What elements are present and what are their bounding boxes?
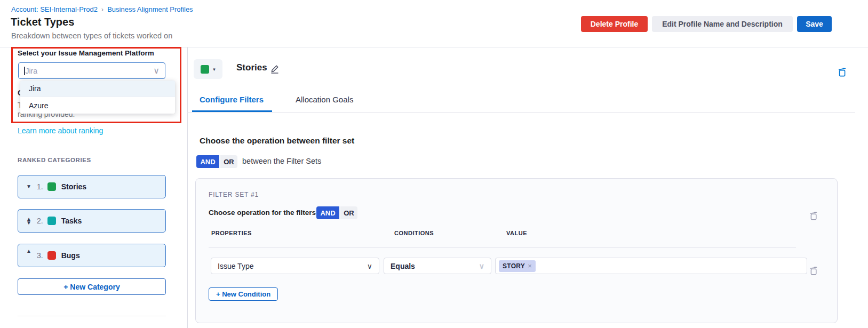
- platform-select-placeholder: Jira: [26, 67, 38, 75]
- condition-select-value: Equals: [391, 262, 415, 270]
- category-label: Tasks: [61, 217, 82, 225]
- category-name-heading: Stories: [236, 62, 267, 73]
- filter-card-divider: [209, 247, 796, 247]
- platform-dropdown-menu: Jira Azure: [20, 81, 175, 114]
- property-select-value: Issue Type: [218, 262, 253, 270]
- drag-up-down-icon[interactable]: ▲▼: [25, 217, 33, 225]
- text-cursor: [24, 67, 25, 75]
- category-color-swatch: [47, 217, 56, 225]
- category-color-picker[interactable]: ▾: [194, 59, 222, 79]
- category-rank: 1.: [37, 182, 43, 191]
- trash-icon: [838, 67, 847, 77]
- filters-and-or-toggle: AND OR: [316, 206, 357, 219]
- category-color-swatch: [47, 182, 56, 191]
- or-toggle-button[interactable]: OR: [220, 155, 237, 168]
- delete-profile-button[interactable]: Delete Profile: [581, 16, 648, 32]
- chevron-down-icon: ∨: [153, 66, 160, 76]
- value-input[interactable]: STORY ×: [495, 258, 807, 274]
- edit-category-name-icon[interactable]: [269, 63, 280, 74]
- breadcrumb-account-link[interactable]: Account: SEI-Internal-Prod2: [11, 5, 98, 13]
- category-card-stories[interactable]: ▼ 1. Stories: [18, 175, 166, 198]
- category-card-tasks[interactable]: ▲▼ 2. Tasks: [18, 209, 166, 233]
- filters-operation-label: Choose operation for the filters: [209, 209, 316, 217]
- save-button[interactable]: Save: [797, 16, 832, 32]
- and-toggle-button[interactable]: AND: [316, 206, 339, 219]
- breadcrumb: Account: SEI-Internal-Prod2 › Business A…: [11, 5, 193, 13]
- delete-condition-icon[interactable]: [809, 266, 818, 276]
- platform-select-input[interactable]: Jira ∨: [18, 62, 165, 79]
- chevron-down-icon: ∨: [479, 262, 484, 270]
- dropdown-option-jira[interactable]: Jira: [20, 81, 175, 97]
- tab-allocation-goals[interactable]: Allocation Goals: [296, 95, 353, 104]
- filter-set-and-or-toggle: AND OR: [196, 155, 237, 168]
- sidebar-divider: [187, 47, 188, 328]
- category-label: Stories: [61, 182, 86, 191]
- filter-set-card: FILTER SET #1 Choose operation for the f…: [195, 178, 838, 323]
- page-subtitle: Breakdown between types of tickets worke…: [11, 31, 172, 40]
- platform-select-label: Select your Issue Management Platform: [18, 49, 154, 57]
- selected-color-swatch: [201, 65, 209, 74]
- breadcrumb-separator-icon: ›: [101, 5, 103, 13]
- trash-icon: [809, 211, 818, 221]
- dropdown-option-azure[interactable]: Azure: [20, 97, 175, 114]
- category-card-bugs[interactable]: ▲ 3. Bugs: [18, 244, 166, 267]
- drag-up-icon[interactable]: ▲: [25, 249, 33, 253]
- tabbar-divider: [187, 112, 855, 113]
- chevron-down-icon: ∨: [367, 262, 372, 270]
- column-header-properties: PROPERTIES: [211, 230, 252, 236]
- app-canvas: Account: SEI-Internal-Prod2 › Business A…: [0, 0, 868, 328]
- value-tag-label: STORY: [503, 262, 525, 270]
- category-rank: 2.: [37, 217, 43, 225]
- value-tag-story: STORY ×: [499, 260, 536, 272]
- column-header-value: VALUE: [506, 230, 527, 236]
- or-toggle-button[interactable]: OR: [340, 206, 357, 219]
- tab-configure-filters[interactable]: Configure Filters: [200, 95, 264, 104]
- delete-category-icon[interactable]: [838, 67, 847, 77]
- filter-set-operation-heading: Choose the operation between filter set: [200, 136, 354, 146]
- new-condition-button[interactable]: + New Condition: [209, 287, 278, 301]
- trash-icon: [809, 266, 818, 276]
- condition-select[interactable]: Equals ∨: [384, 258, 491, 274]
- caret-down-icon: ▾: [213, 67, 216, 72]
- category-color-swatch: [47, 251, 56, 260]
- delete-filter-set-icon[interactable]: [809, 211, 818, 221]
- sidebar-bottom-divider: [18, 316, 166, 316]
- and-toggle-button[interactable]: AND: [196, 155, 219, 168]
- category-rank: 3.: [37, 251, 43, 260]
- drag-down-icon[interactable]: ▼: [25, 185, 33, 188]
- column-header-conditions: CONDITIONS: [394, 230, 434, 236]
- breadcrumb-section-link[interactable]: Business Alignment Profiles: [107, 5, 193, 13]
- pencil-icon: [269, 63, 280, 74]
- page-title: Ticket Types: [11, 16, 74, 28]
- edit-profile-button[interactable]: Edit Profile Name and Description: [652, 16, 793, 32]
- learn-more-ranking-link[interactable]: Learn more about ranking: [18, 126, 103, 135]
- filter-set-operation-caption: between the Filter Sets: [242, 157, 321, 165]
- filter-set-title: FILTER SET #1: [209, 191, 259, 198]
- category-label: Bugs: [61, 251, 80, 260]
- property-select[interactable]: Issue Type ∨: [211, 258, 379, 274]
- new-category-button[interactable]: + New Category: [18, 278, 166, 295]
- remove-tag-icon[interactable]: ×: [528, 262, 532, 270]
- header-divider: [0, 47, 868, 47]
- ranked-categories-title: RANKED CATEGORIES: [18, 157, 91, 163]
